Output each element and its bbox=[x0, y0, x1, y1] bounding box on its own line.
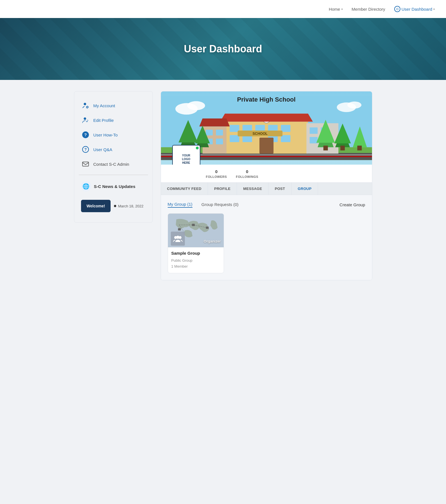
nav-home-label: Home bbox=[329, 7, 340, 12]
group-subtab-requests[interactable]: Group Requests (0) bbox=[201, 202, 239, 207]
svg-marker-39 bbox=[199, 118, 230, 126]
svg-text:SCHOOL: SCHOOL bbox=[252, 132, 268, 136]
svg-text:?: ? bbox=[84, 147, 87, 152]
svg-point-12 bbox=[347, 102, 361, 109]
chevron-down-icon: ▾ bbox=[341, 8, 343, 11]
svg-rect-63 bbox=[192, 224, 195, 226]
group-avatar bbox=[171, 232, 185, 246]
sidebar-item-my-account-label: My Account bbox=[93, 103, 115, 108]
followers-label: FOLLOWERS bbox=[206, 175, 227, 178]
dot-indicator bbox=[114, 205, 116, 207]
group-name: Sample Group bbox=[171, 251, 220, 256]
page-title: User Dashboard bbox=[184, 43, 262, 55]
followers-count-item: 0 FOLLOWERS bbox=[206, 169, 227, 179]
sidebar-item-contact-admin-label: Contact S-C Admin bbox=[93, 162, 129, 167]
svg-rect-7 bbox=[82, 162, 89, 166]
school-illustration: Private High School bbox=[161, 91, 372, 165]
sidebar-item-user-howto-label: User How-To bbox=[93, 133, 118, 137]
tab-content-group: My Group (1) Group Requests (0) Create G… bbox=[161, 195, 372, 280]
main-container: My Account Edit Profile ? User How-To bbox=[68, 91, 378, 285]
nav-user-dashboard[interactable]: ⊙ User Dashboard ▾ bbox=[394, 6, 435, 12]
sidebar-item-user-howto[interactable]: ? User How-To bbox=[79, 127, 148, 142]
svg-point-0 bbox=[84, 103, 86, 105]
question-circle-outline-icon: ? bbox=[81, 145, 90, 154]
sidebar-news-label: S-C News & Updates bbox=[94, 184, 136, 189]
sidebar-item-user-qa[interactable]: ? User Q&A bbox=[79, 142, 148, 157]
svg-rect-64 bbox=[206, 227, 209, 229]
svg-marker-33 bbox=[220, 114, 313, 122]
nav-home[interactable]: Home ▾ bbox=[329, 7, 343, 12]
group-type: Public Group bbox=[171, 258, 220, 264]
followings-count-item: 0 FOLLOWINGS bbox=[236, 169, 258, 179]
tab-community-feed[interactable]: COMMUNITY FEED bbox=[161, 183, 208, 195]
tab-post[interactable]: POST bbox=[268, 183, 292, 195]
svg-rect-41 bbox=[310, 127, 317, 134]
group-meta: Public Group 1 Member bbox=[171, 258, 220, 270]
main-content: Private High School bbox=[161, 91, 372, 285]
nav-member-directory[interactable]: Member Directory bbox=[352, 7, 385, 12]
nav-links: Home ▾ Member Directory ⊙ User Dashboard… bbox=[329, 6, 435, 12]
envelope-icon bbox=[81, 160, 90, 169]
group-member-count: 1 Member bbox=[171, 264, 220, 270]
online-indicator bbox=[196, 147, 199, 149]
tab-profile[interactable]: PROFILE bbox=[208, 183, 237, 195]
sidebar-item-user-qa-label: User Q&A bbox=[93, 147, 113, 152]
nav-user-dashboard-label: User Dashboard bbox=[402, 7, 432, 12]
person-gear-icon bbox=[81, 101, 90, 110]
question-circle-solid-icon: ? bbox=[81, 130, 90, 139]
hero-banner: User Dashboard bbox=[0, 18, 446, 80]
svg-point-10 bbox=[187, 101, 205, 110]
sidebar: My Account Edit Profile ? User How-To bbox=[74, 91, 153, 223]
group-card-image: Organizer bbox=[168, 214, 224, 247]
profile-banner: Private High School bbox=[161, 91, 372, 280]
welcome-date: March 18, 2022 bbox=[118, 204, 143, 208]
followings-count: 0 bbox=[236, 169, 258, 174]
welcome-button[interactable]: Welcome! bbox=[81, 200, 111, 212]
svg-rect-43 bbox=[310, 137, 317, 144]
svg-rect-36 bbox=[216, 130, 223, 135]
create-group-button[interactable]: Create Group bbox=[340, 202, 365, 207]
person-edit-icon bbox=[81, 116, 90, 125]
group-subtabs: My Group (1) Group Requests (0) Create G… bbox=[168, 202, 365, 208]
svg-rect-35 bbox=[206, 130, 213, 135]
nav-member-directory-label: Member Directory bbox=[352, 7, 385, 12]
sidebar-divider bbox=[79, 175, 148, 175]
group-subtab-mygroup[interactable]: My Group (1) bbox=[168, 202, 192, 208]
welcome-section: Welcome! March 18, 2022 bbox=[79, 196, 148, 216]
svg-rect-52 bbox=[323, 146, 328, 151]
svg-rect-38 bbox=[216, 139, 223, 144]
svg-rect-55 bbox=[340, 146, 345, 151]
group-card[interactable]: Organizer Sample Group Public Group 1 Me… bbox=[168, 213, 224, 273]
sidebar-item-my-account[interactable]: My Account bbox=[79, 98, 148, 113]
globe-icon: 🌐 bbox=[81, 181, 91, 191]
svg-rect-62 bbox=[178, 228, 181, 230]
svg-rect-27 bbox=[259, 138, 274, 154]
welcome-date-area: March 18, 2022 bbox=[114, 204, 143, 208]
group-organizer-label: Organizer bbox=[204, 239, 221, 243]
svg-text:?: ? bbox=[84, 132, 87, 137]
svg-point-67 bbox=[176, 236, 179, 239]
followings-label: FOLLOWINGS bbox=[236, 175, 258, 178]
navbar: Home ▾ Member Directory ⊙ User Dashboard… bbox=[0, 0, 446, 18]
followers-count: 0 bbox=[206, 169, 227, 174]
tabs-bar: COMMUNITY FEED PROFILE MESSAGE POST GROU… bbox=[161, 183, 372, 195]
sidebar-item-edit-profile[interactable]: Edit Profile bbox=[79, 113, 148, 127]
sidebar-item-contact-admin[interactable]: Contact S-C Admin bbox=[79, 157, 148, 171]
sidebar-item-edit-profile-label: Edit Profile bbox=[93, 118, 114, 123]
tab-message[interactable]: MESSAGE bbox=[237, 183, 268, 195]
tab-group[interactable]: GROUP bbox=[292, 183, 318, 195]
school-name: Private High School bbox=[237, 96, 296, 103]
svg-rect-57 bbox=[357, 146, 362, 151]
svg-point-2 bbox=[84, 117, 86, 120]
sidebar-news: 🌐 S-C News & Updates bbox=[79, 178, 148, 194]
user-circle-icon: ⊙ bbox=[394, 6, 400, 12]
logo-placeholder: YOUR LOGO HERE bbox=[172, 145, 200, 165]
followers-row: 0 FOLLOWERS 0 FOLLOWINGS bbox=[161, 165, 372, 183]
group-card-body: Sample Group Public Group 1 Member bbox=[168, 247, 224, 273]
chevron-down-icon: ▾ bbox=[433, 8, 435, 11]
